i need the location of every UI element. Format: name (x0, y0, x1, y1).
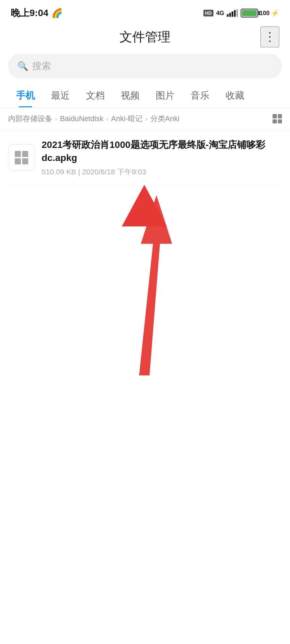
status-icons: HD 4G 100 ⚡ (203, 9, 279, 17)
svg-marker-1 (139, 195, 172, 375)
tab-music[interactable]: 音乐 (183, 84, 218, 107)
search-placeholder: 搜索 (32, 60, 51, 72)
tab-docs[interactable]: 文档 (78, 84, 113, 107)
page-title: 文件管理 (119, 29, 171, 46)
breadcrumb-part-2[interactable]: BaiduNetdisk (60, 114, 104, 123)
search-bar[interactable]: 🔍 搜索 (8, 54, 282, 78)
breadcrumb-part-4[interactable]: 分类Anki (150, 114, 180, 124)
battery-container: 100 ⚡ (241, 9, 279, 17)
annotation-arrow (97, 174, 191, 382)
tab-video[interactable]: 视频 (113, 84, 148, 107)
breadcrumb: 内部存储设备 › BaiduNetdisk › Anki-暗记 › 分类Anki (0, 108, 290, 130)
breadcrumb-part-1[interactable]: 内部存储设备 (8, 114, 52, 124)
status-time: 晚上9:04 (11, 7, 48, 19)
app-header: 文件管理 ⋮ (0, 23, 290, 50)
hd-badge: HD (203, 10, 213, 16)
battery-icon (241, 9, 258, 17)
file-list: 2021考研政治肖1000题选项无序最终版-淘宝店铺哆彩dc.apkg 510.… (0, 130, 290, 185)
battery-fill (242, 10, 257, 16)
file-date: 2020/6/18 下午9:03 (82, 168, 146, 176)
file-icon (8, 144, 35, 171)
tab-favorites[interactable]: 收藏 (218, 84, 252, 107)
file-name: 2021考研政治肖1000题选项无序最终版-淘宝店铺哆彩dc.apkg (42, 138, 282, 164)
chevron-icon-3: › (145, 115, 148, 123)
signal-4g: 4G (216, 10, 224, 17)
clover-icon: 🌈 (52, 8, 62, 18)
file-size: 510.09 KB (42, 168, 76, 176)
tab-phone[interactable]: 手机 (8, 84, 43, 107)
chevron-icon-1: › (55, 115, 57, 123)
svg-marker-2 (122, 185, 167, 226)
status-bar: 晚上9:04 🌈 HD 4G 100 ⚡ (0, 0, 290, 23)
chevron-icon-2: › (106, 115, 108, 123)
search-icon: 🔍 (17, 61, 28, 71)
more-menu-button[interactable]: ⋮ (260, 26, 279, 47)
signal-bars-icon (227, 9, 238, 17)
grid-view-button[interactable] (273, 114, 282, 123)
bolt-icon: ⚡ (271, 9, 279, 17)
tab-nav: 手机 最近 文档 视频 图片 音乐 收藏 (0, 84, 290, 108)
grid-layout-icon (273, 114, 282, 123)
tab-recent[interactable]: 最近 (43, 84, 78, 107)
battery-percent: 100 (259, 10, 270, 17)
tab-photos[interactable]: 图片 (148, 84, 183, 107)
file-meta-separator: | (78, 168, 82, 176)
file-type-icon (15, 151, 28, 164)
table-row[interactable]: 2021考研政治肖1000题选项无序最终版-淘宝店铺哆彩dc.apkg 510.… (8, 130, 282, 185)
breadcrumb-part-3[interactable]: Anki-暗记 (111, 114, 143, 124)
file-info: 2021考研政治肖1000题选项无序最终版-淘宝店铺哆彩dc.apkg 510.… (42, 138, 282, 177)
file-meta: 510.09 KB | 2020/6/18 下午9:03 (42, 167, 282, 177)
